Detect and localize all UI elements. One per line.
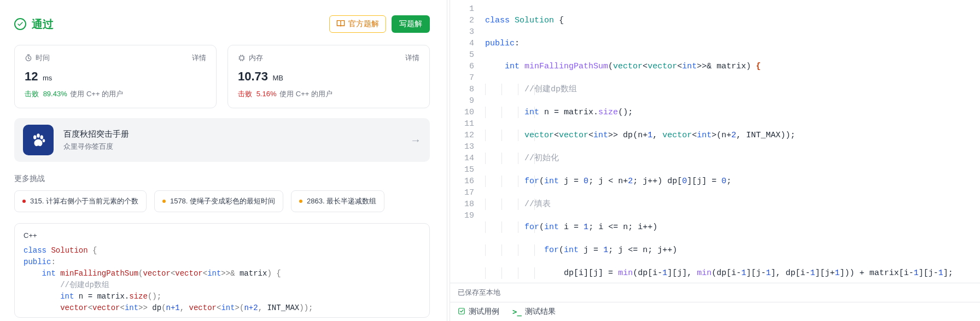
challenges-row: 315. 计算右侧小于当前元素的个数 1578. 使绳子变成彩色的最短时间 28… xyxy=(14,190,430,212)
metric-memory-title: 内存 xyxy=(249,53,263,63)
code-language-label: C++ xyxy=(24,231,421,240)
svg-rect-6 xyxy=(459,308,465,314)
challenge-label: 1578. 使绳子变成彩色的最短时间 xyxy=(170,196,275,206)
difficulty-dot-icon xyxy=(162,200,166,203)
metric-time-card: 时间 详情 12 ms 击败 89.43% 使用 C++ 的用户 xyxy=(14,45,217,108)
metric-time-beats-prefix: 击败 xyxy=(25,90,39,98)
submitted-code-box: C++ class Solution { public: int minFall… xyxy=(14,223,430,318)
chip-icon xyxy=(238,54,246,62)
metric-time-unit: ms xyxy=(43,74,52,82)
challenge-chip[interactable]: 2863. 最长半递减数组 xyxy=(291,190,384,212)
official-solution-button[interactable]: 官方题解 xyxy=(329,15,386,33)
official-solution-label: 官方题解 xyxy=(348,19,379,29)
metric-time-detail-link[interactable]: 详情 xyxy=(192,53,206,63)
promo-card[interactable]: 百度秋招突击手册 众里寻你签百度 → xyxy=(14,118,430,162)
code-editor[interactable]: 12345678910111213141516171819 class Solu… xyxy=(450,0,980,283)
editor-gutter: 12345678910111213141516171819 xyxy=(450,0,481,283)
svg-point-3 xyxy=(37,133,40,138)
terminal-icon: >_ xyxy=(512,307,522,316)
challenge-chip[interactable]: 315. 计算右侧小于当前元素的个数 xyxy=(14,190,147,212)
panel-divider[interactable] xyxy=(444,0,450,321)
challenge-label: 315. 计算右侧小于当前元素的个数 xyxy=(30,196,138,206)
arrow-right-icon: → xyxy=(410,134,421,147)
metric-memory-card: 内存 详情 10.73 MB 击败 5.16% 使用 C++ 的用户 xyxy=(228,45,430,108)
promo-title: 百度秋招突击手册 xyxy=(63,129,410,139)
difficulty-dot-icon xyxy=(22,200,26,203)
metric-memory-detail-link[interactable]: 详情 xyxy=(405,53,419,63)
promo-paw-icon xyxy=(23,125,54,155)
tab-test-cases-label: 测试用例 xyxy=(469,307,499,317)
challenge-label: 2863. 最长半递减数组 xyxy=(307,196,376,206)
write-solution-button[interactable]: 写题解 xyxy=(392,15,430,33)
status-title: 通过 xyxy=(32,17,54,32)
editor-panel: 12345678910111213141516171819 class Solu… xyxy=(450,0,980,321)
book-icon xyxy=(336,20,345,29)
metric-memory-beats-pct: 5.16% xyxy=(256,90,277,98)
metric-time-beats-suffix: 使用 C++ 的用户 xyxy=(70,90,123,98)
metrics-row: 时间 详情 12 ms 击败 89.43% 使用 C++ 的用户 xyxy=(14,45,430,108)
bottom-tabs: 测试用例 >_ 测试结果 xyxy=(450,302,980,321)
metric-time-value: 12 xyxy=(25,69,38,83)
status-header: 通过 官方题解 写题解 xyxy=(14,15,430,33)
difficulty-dot-icon xyxy=(299,200,302,203)
svg-point-4 xyxy=(40,135,44,139)
metric-memory-beats-suffix: 使用 C++ 的用户 xyxy=(279,90,332,98)
svg-point-5 xyxy=(43,139,45,142)
result-panel: 通过 官方题解 写题解 时间 xyxy=(0,0,444,321)
submitted-code: class Solution { public: int minFallingP… xyxy=(24,245,421,314)
svg-rect-1 xyxy=(240,56,244,60)
svg-point-2 xyxy=(33,135,37,139)
metric-memory-beats-prefix: 击败 xyxy=(238,90,252,98)
check-circle-icon xyxy=(14,18,26,30)
clock-icon xyxy=(25,54,32,62)
challenge-chip[interactable]: 1578. 使绳子变成彩色的最短时间 xyxy=(154,190,283,212)
more-challenges-title: 更多挑战 xyxy=(14,174,430,184)
tab-test-results-label: 测试结果 xyxy=(525,307,556,317)
metric-time-beats-pct: 89.43% xyxy=(43,90,67,98)
tab-test-results[interactable]: >_ 测试结果 xyxy=(512,307,556,317)
tab-test-cases[interactable]: 测试用例 xyxy=(458,307,499,317)
check-square-icon xyxy=(458,307,465,317)
metric-time-title: 时间 xyxy=(36,53,50,63)
editor-status-text: 已保存至本地 xyxy=(450,283,980,302)
metric-memory-unit: MB xyxy=(273,74,284,82)
promo-subtitle: 众里寻你签百度 xyxy=(63,142,410,151)
metric-memory-value: 10.73 xyxy=(238,69,268,83)
editor-code-area[interactable]: class Solution { public: int minFallingP… xyxy=(481,0,980,283)
